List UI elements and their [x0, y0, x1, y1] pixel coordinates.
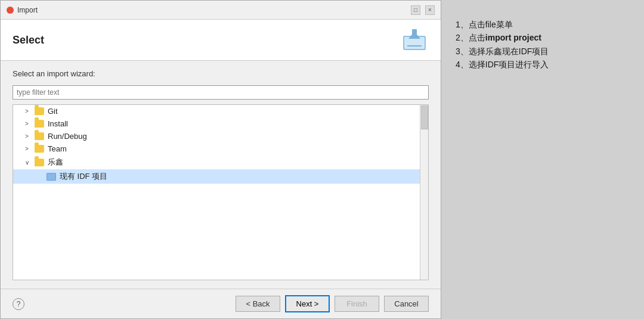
tree-arrow-icon: > — [25, 145, 32, 152]
tree-item-label: Team — [48, 144, 67, 153]
back-button[interactable]: < Back — [236, 296, 280, 312]
import-dialog: Import □ × Select Select an import wizar… — [0, 0, 441, 319]
close-button[interactable]: × — [425, 5, 435, 15]
header-title: Select — [13, 34, 44, 47]
side-panel: 1、点击file菜单2、点击import project3、选择乐鑫现在IDF项… — [441, 0, 644, 319]
dialog-title: Import — [17, 6, 38, 14]
minimize-button[interactable]: □ — [411, 5, 420, 15]
tree-item-label: 现有 IDF 项目 — [60, 171, 107, 182]
tree-arrow-icon: > — [25, 120, 32, 127]
tree-arrow-icon: > — [25, 108, 32, 114]
title-bar: Import □ × — [1, 1, 441, 20]
title-bar-left: Import — [7, 6, 38, 14]
scrollbar-thumb[interactable] — [421, 106, 428, 129]
title-bar-controls: □ × — [411, 5, 435, 15]
wizard-label: Select an import wizard: — [13, 69, 429, 78]
svg-rect-2 — [412, 29, 417, 38]
annotation-item-2: 2、点击import project — [456, 31, 630, 44]
tree-item-label: Run/Debug — [48, 132, 87, 141]
folder-icon — [35, 132, 44, 140]
tree-item[interactable]: >Team — [13, 143, 428, 155]
folder-icon — [35, 120, 44, 128]
scrollbar[interactable] — [420, 105, 428, 280]
tree-item-label: Install — [48, 119, 68, 128]
dialog-body: Select an import wizard: >Git>Install>Ru… — [1, 61, 441, 289]
tree-item[interactable]: >Install — [13, 117, 428, 130]
tree-item[interactable]: >Run/Debug — [13, 130, 428, 143]
tree-arrow-icon: > — [25, 133, 32, 140]
tree-item[interactable]: ∨乐鑫 — [13, 155, 428, 169]
dialog-footer: ? < Back Next > Finish Cancel — [1, 289, 441, 318]
import-icon — [400, 28, 429, 52]
filter-input[interactable] — [13, 85, 429, 100]
annotation-item-1: 1、点击file菜单 — [456, 18, 630, 31]
dialog-icon — [7, 7, 14, 14]
dialog-header: Select — [1, 20, 441, 61]
next-button[interactable]: Next > — [285, 295, 330, 312]
tree-item-label: 乐鑫 — [48, 157, 63, 168]
idf-icon — [47, 173, 56, 181]
folder-icon — [35, 107, 44, 115]
annotation-item-4: 4、选择IDF项目进行导入 — [456, 58, 630, 71]
tree-container[interactable]: >Git>Install>Run/Debug>Team∨乐鑫现有 IDF 项目 — [13, 104, 429, 280]
tree-item[interactable]: 现有 IDF 项目 — [13, 169, 428, 184]
finish-button[interactable]: Finish — [335, 296, 379, 312]
folder-icon — [35, 159, 44, 166]
help-button[interactable]: ? — [13, 298, 24, 310]
annotation-item-3: 3、选择乐鑫现在IDF项目 — [456, 45, 630, 58]
tree-arrow-icon: ∨ — [25, 159, 32, 166]
tree-item-label: Git — [48, 107, 58, 116]
cancel-button[interactable]: Cancel — [384, 296, 429, 312]
tree-item[interactable]: >Git — [13, 105, 428, 117]
folder-icon — [35, 145, 44, 153]
